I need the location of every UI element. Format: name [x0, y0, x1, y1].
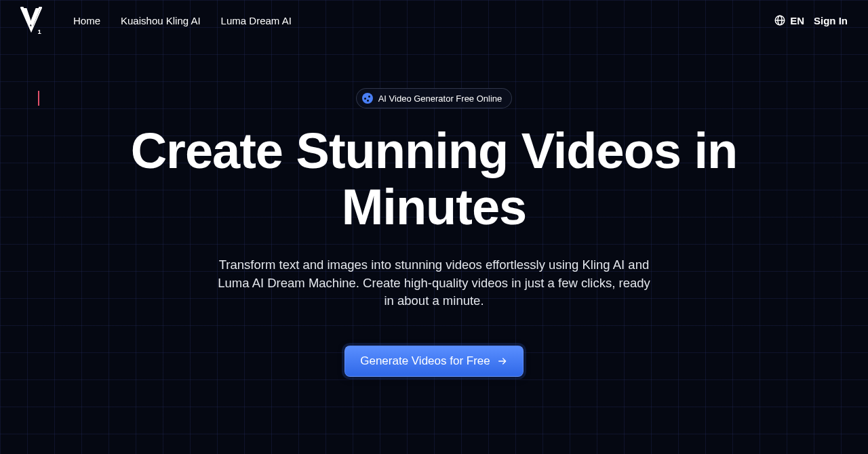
svg-marker-2 [30, 8, 40, 28]
header-right: EN Sign In [774, 14, 848, 26]
hero-section: AI Video Generator Free Online Create St… [0, 41, 868, 377]
hero-subtitle: Transform text and images into stunning … [217, 256, 651, 310]
language-label: EN [790, 15, 804, 26]
hero-badge: AI Video Generator Free Online [356, 88, 513, 108]
arrow-right-icon [497, 356, 508, 367]
nav-kling-ai[interactable]: Kuaishou Kling AI [121, 15, 201, 26]
nav-luma-dream[interactable]: Luma Dream AI [221, 15, 292, 26]
main-nav: Home Kuaishou Kling AI Luma Dream AI [73, 15, 292, 26]
hero-title: Create Stunning Videos in Minutes [102, 123, 766, 236]
cta-label: Generate Videos for Free [360, 354, 490, 368]
main-header: 1 Home Kuaishou Kling AI Luma Dream AI E… [0, 0, 868, 41]
language-selector[interactable]: EN [774, 14, 804, 26]
nav-home[interactable]: Home [73, 15, 100, 26]
globe-icon [774, 14, 786, 26]
film-reel-icon [362, 93, 373, 104]
svg-text:1: 1 [38, 28, 42, 34]
generate-videos-button[interactable]: Generate Videos for Free [344, 346, 524, 377]
hero-badge-label: AI Video Generator Free Online [378, 94, 502, 104]
sign-in-link[interactable]: Sign In [814, 15, 848, 26]
logo[interactable]: 1 [20, 7, 42, 34]
